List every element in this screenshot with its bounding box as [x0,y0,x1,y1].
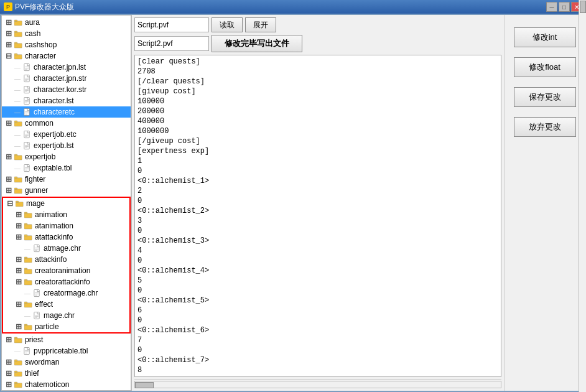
right-scrollbar[interactable] [579,15,585,391]
tree-item-label: atmage.chr [44,244,81,253]
tree-item-particle[interactable]: ⊞ particle [3,321,129,332]
text-content[interactable]: [clear quests] 2708 [/clear quests] [giv… [135,55,493,376]
tree-item-fighter[interactable]: ⊞ fighter [2,174,131,185]
tree-item-expertjob_lst[interactable]: — expertjob.lst [2,140,131,151]
tree-item-atanimation[interactable]: ⊞ atanimation [3,220,129,231]
tree-item-common[interactable]: ⊞ common [2,118,131,129]
tree-item-atattackinfo[interactable]: ⊞ atattackinfo [3,231,129,243]
expand-icon: ⊞ [14,300,23,309]
tree-item-label: character.jpn.str [34,74,86,83]
text-area-container: [clear quests] 2708 [/clear quests] [giv… [134,55,501,377]
tree-item-label: priest [25,335,43,344]
tree-item-character_jpn_lst[interactable]: — character.jpn.lst [2,62,131,73]
expand-icon: ⊞ [4,369,13,378]
h-scrollbar-track[interactable] [134,381,501,388]
svg-rect-4 [14,43,22,47]
folder-icon [14,52,22,60]
svg-rect-64 [24,280,32,284]
tree-item-clientonly[interactable]: ⊞ clientonly [2,390,131,391]
svg-rect-47 [14,188,17,189]
tree-item-chatemoticon[interactable]: ⊞ chatemoticon [2,379,131,390]
svg-rect-55 [24,235,27,236]
svg-rect-65 [24,279,27,281]
expand-icon: ⊞ [14,322,23,331]
expand-icon: ⊞ [4,152,13,161]
tree-item-label: pvppricetable.tbl [34,347,88,355]
tree-item-thief[interactable]: ⊞ thief [2,368,131,379]
bottom-scrollbar[interactable] [134,380,501,388]
discard-changes-button[interactable]: 放弃更改 [514,117,576,137]
tree-item-creatormage_chr[interactable]: — creatormage.chr [3,287,129,299]
save-changes-button[interactable]: 保存更改 [514,87,576,107]
tree-item-gunner[interactable]: ⊞ gunner [2,185,131,196]
expand-icon: — [13,85,22,94]
folder-icon [14,381,22,388]
tree-item-character_lst[interactable]: — character.lst [2,95,131,106]
tree-item-effect[interactable]: ⊞ effect [3,299,129,310]
folder-icon [24,211,32,218]
expand-icon: — [13,164,22,172]
folder-icon [24,323,32,330]
svg-rect-70 [24,302,32,307]
file-icon [22,86,31,93]
maximize-button[interactable]: □ [559,2,570,12]
tree-item-expertjob[interactable]: ⊞ expertjob [2,151,131,162]
svg-rect-53 [24,223,27,225]
tree-item-label: aura [25,18,40,27]
tree-item-label: expertjob.lst [34,141,74,150]
tree-item-cashshop[interactable]: ⊞ cashshop [2,39,131,50]
tree-item-character_jpn_str[interactable]: — character.jpn.str [2,73,131,84]
tree-item-character[interactable]: ⊟ character [2,50,131,62]
minimize-button[interactable]: ─ [546,2,557,12]
tree-item-character_kor_str[interactable]: — character.kor.str [2,84,131,95]
tree-item-exptable_tbl[interactable]: — exptable.tbl [2,162,131,174]
tree-item-creatorattackinfo[interactable]: ⊞ creatorattackinfo [3,276,129,287]
read-button[interactable]: 读取 [212,17,243,32]
modify-float-button[interactable]: 修改float [514,57,576,77]
svg-rect-87 [14,371,17,372]
file-input-2[interactable] [134,36,209,51]
folder-icon [14,19,22,26]
svg-rect-8 [24,63,29,70]
expand-button[interactable]: 展开 [245,17,276,32]
tree-item-atmage_chr[interactable]: — atmage.chr [3,243,129,254]
tree-item-attackinfo[interactable]: ⊞ attackinfo [3,254,129,265]
tree-item-mage[interactable]: ⊟ mage [3,198,129,209]
file-input-1[interactable] [134,17,209,32]
tree-item-swordman[interactable]: ⊞ swordman [2,357,131,368]
modify-int-button[interactable]: 修改int [514,27,576,47]
tree-item-label: mage [26,199,45,208]
expand-icon: ⊞ [4,380,13,389]
right-panel: 修改int 修改float 保存更改 放弃更改 [504,15,585,391]
svg-rect-84 [14,360,22,365]
file-icon [22,131,31,138]
tree-container: ⊞ aura⊞ cash⊞ cashshop⊟ character— chara… [2,16,131,391]
tree-item-expertjob_etc[interactable]: — expertjob.etc [2,129,131,140]
mage-section-highlight: ⊟ mage⊞ animation⊞ atanimation⊞ atattack… [2,197,131,334]
file-icon [22,75,31,82]
svg-rect-28 [14,121,22,126]
tree-item-characteretc[interactable]: — characteretc [2,106,131,118]
svg-rect-77 [24,324,27,325]
tree-item-pvppricetable_tbl[interactable]: — pvppricetable.tbl [2,345,131,357]
svg-rect-20 [24,97,29,104]
h-scrollbar-thumb[interactable] [135,382,154,388]
tree-item-label: character [25,52,56,60]
file-icon [22,63,31,71]
tree-item-priest[interactable]: ⊞ priest [2,334,131,345]
tree-item-aura[interactable]: ⊞ aura [2,17,131,28]
tree-item-label: character.kor.str [34,85,86,94]
folder-icon [14,153,22,161]
write-button[interactable]: 修改完毕写出文件 [212,35,302,52]
expand-icon: — [13,130,22,139]
svg-rect-1 [14,20,17,21]
file-icon [32,245,41,252]
tree-item-animation[interactable]: ⊞ animation [3,209,129,220]
folder-icon [14,358,22,366]
file-icon [32,289,41,297]
tree-item-creatoranimation[interactable]: ⊞ creatoranimation [3,265,129,276]
tree-item-mage_chr[interactable]: — mage.chr [3,310,129,321]
svg-rect-2 [14,32,22,36]
file-icon [22,108,31,116]
tree-item-cash[interactable]: ⊞ cash [2,28,131,39]
